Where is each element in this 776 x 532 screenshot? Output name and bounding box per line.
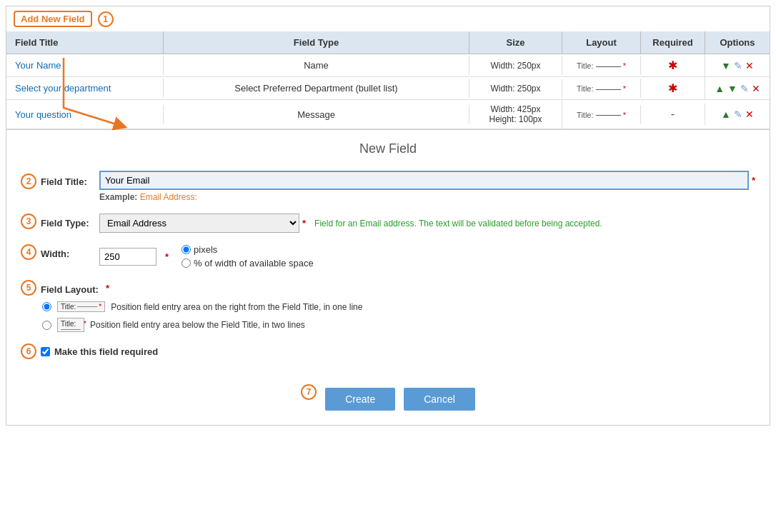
new-field-section-wrapper: New Field 2 Field Title: * Example: Emai… bbox=[6, 129, 770, 425]
row2-delete-icon[interactable]: ✕ bbox=[752, 83, 760, 94]
row3-edit-icon[interactable]: ✎ bbox=[734, 109, 742, 120]
row2-type: Select Preferred Department (bullet list… bbox=[164, 79, 469, 98]
cancel-button[interactable]: Cancel bbox=[404, 388, 475, 411]
col-header-title: Field Title bbox=[6, 31, 164, 54]
layout-mini-1: Title: * bbox=[57, 301, 105, 312]
field-type-required-star: * bbox=[302, 218, 306, 229]
top-bar: Add New Field 1 bbox=[6, 6, 770, 31]
width-required-star: * bbox=[165, 251, 169, 262]
row3-required: - bbox=[641, 104, 705, 125]
step-5-circle: 5 bbox=[21, 280, 36, 296]
pixels-radio[interactable] bbox=[181, 245, 191, 254]
percent-radio[interactable] bbox=[181, 259, 191, 268]
field-type-label: Field Type: bbox=[41, 215, 89, 229]
layout-option-2-radio[interactable] bbox=[42, 321, 51, 330]
field-title-content: * Example: Email Address: bbox=[99, 171, 755, 202]
new-field-section: New Field 2 Field Title: * Example: Emai… bbox=[6, 129, 770, 425]
layout-option-1-row: Title: * Position field entry area on th… bbox=[42, 301, 362, 312]
pixels-radio-row: pixels bbox=[181, 244, 314, 255]
field-type-row: 3 Field Type: Email Address Name Message… bbox=[21, 214, 755, 233]
required-section: 6 Make this field required bbox=[21, 343, 755, 359]
width-label: Width: bbox=[41, 246, 69, 259]
table-header: Field Title Field Type Size Layout Requi… bbox=[6, 31, 770, 54]
layout-options: Title: * Position field entry area on th… bbox=[42, 301, 362, 332]
col-header-type: Field Type bbox=[164, 31, 469, 54]
step-7-circle: 7 bbox=[301, 384, 317, 400]
layout-option-2-text: Position field entry area below the Fiel… bbox=[90, 320, 305, 330]
required-label: Make this field required bbox=[54, 346, 158, 357]
percent-label: % of width of available space bbox=[194, 258, 314, 268]
create-button[interactable]: Create bbox=[325, 388, 395, 411]
step-2-circle: 2 bbox=[21, 174, 36, 189]
row1-type: Name bbox=[164, 56, 469, 75]
row3-title: Your question bbox=[6, 105, 164, 124]
width-unit-group: pixels % of width of available space bbox=[181, 244, 314, 268]
step-1-circle: 1 bbox=[98, 11, 114, 27]
field-title-row: 2 Field Title: * Example: Email Address: bbox=[21, 171, 755, 202]
row1-size: Width: 250px bbox=[469, 56, 562, 75]
field-title-label: Field Title: bbox=[41, 174, 87, 187]
pixels-label: pixels bbox=[194, 244, 217, 255]
field-type-hint: Field for an Email address. The text wil… bbox=[314, 219, 602, 229]
row2-down-icon[interactable]: ▼ bbox=[727, 83, 737, 94]
field-title-required-star: * bbox=[752, 175, 755, 186]
row2-size: Width: 250px bbox=[469, 79, 562, 98]
field-title-example: Example: Email Address: bbox=[99, 192, 755, 202]
step-4-circle: 4 bbox=[21, 244, 36, 260]
new-field-title: New Field bbox=[21, 141, 755, 156]
row2-options: ▲ ▼ ✎ ✕ bbox=[705, 79, 770, 99]
col-header-size: Size bbox=[469, 31, 562, 54]
field-layout-label: Field Layout: bbox=[41, 281, 99, 295]
row1-delete-icon[interactable]: ✕ bbox=[745, 60, 754, 71]
row2-title: Select your department bbox=[6, 79, 164, 98]
add-new-field-button[interactable]: Add New Field bbox=[14, 11, 92, 27]
table-row: Your question Message Width: 425px Heigh… bbox=[6, 100, 770, 129]
field-type-content: Email Address Name Message Select Prefer… bbox=[99, 214, 755, 233]
row2-required: ✱ bbox=[641, 77, 705, 99]
required-checkbox[interactable] bbox=[41, 347, 50, 356]
col-header-layout: Layout bbox=[562, 31, 641, 54]
table-row: Your Name Name Width: 250px Title: * ✱ ▼… bbox=[6, 54, 770, 77]
table-row: Select your department Select Preferred … bbox=[6, 77, 770, 100]
percent-radio-row: % of width of available space bbox=[181, 258, 314, 268]
step-6-circle: 6 bbox=[21, 343, 36, 359]
field-type-select[interactable]: Email Address Name Message Select Prefer… bbox=[99, 214, 299, 233]
row2-edit-icon[interactable]: ✎ bbox=[740, 83, 749, 94]
row3-type: Message bbox=[164, 105, 469, 124]
field-title-example-value: Email Address: bbox=[140, 192, 197, 202]
width-input[interactable] bbox=[99, 248, 156, 266]
button-row: Create Cancel bbox=[325, 388, 475, 411]
layout-mini-2: Title: * bbox=[57, 318, 84, 332]
width-row: 4 Width: * pixels % of width of availabl… bbox=[21, 244, 755, 268]
layout-option-1-radio[interactable] bbox=[42, 302, 51, 311]
width-content: * pixels % of width of available space bbox=[99, 244, 755, 268]
step-3-circle: 3 bbox=[21, 214, 36, 229]
row3-up-icon[interactable]: ▲ bbox=[721, 109, 731, 120]
field-title-input[interactable] bbox=[99, 171, 749, 190]
layout-option-2-row: Title: * Position field entry area below… bbox=[42, 318, 362, 332]
field-layout-required-star: * bbox=[106, 283, 109, 293]
row3-size: Width: 425px Height: 100px bbox=[469, 100, 562, 129]
row2-layout: Title: * bbox=[562, 79, 641, 98]
row1-title: Your Name bbox=[6, 56, 164, 75]
row1-down-icon[interactable]: ▼ bbox=[721, 60, 731, 71]
row1-options: ▼ ✎ ✕ bbox=[705, 56, 770, 76]
row3-delete-icon[interactable]: ✕ bbox=[745, 109, 754, 120]
row1-edit-icon[interactable]: ✎ bbox=[734, 60, 742, 71]
field-layout-row: 5 Field Layout: * Title: * Position fiel… bbox=[21, 280, 755, 332]
row2-up-icon[interactable]: ▲ bbox=[715, 83, 725, 94]
col-header-options: Options bbox=[705, 31, 770, 54]
row1-layout: Title: * bbox=[562, 56, 641, 75]
layout-option-1-text: Position field entry area on the right f… bbox=[111, 302, 362, 312]
row1-required: ✱ bbox=[641, 54, 705, 76]
row3-options: ▲ ✎ ✕ bbox=[705, 104, 770, 124]
row3-layout: Title: * bbox=[562, 105, 641, 124]
col-header-required: Required bbox=[641, 31, 705, 54]
